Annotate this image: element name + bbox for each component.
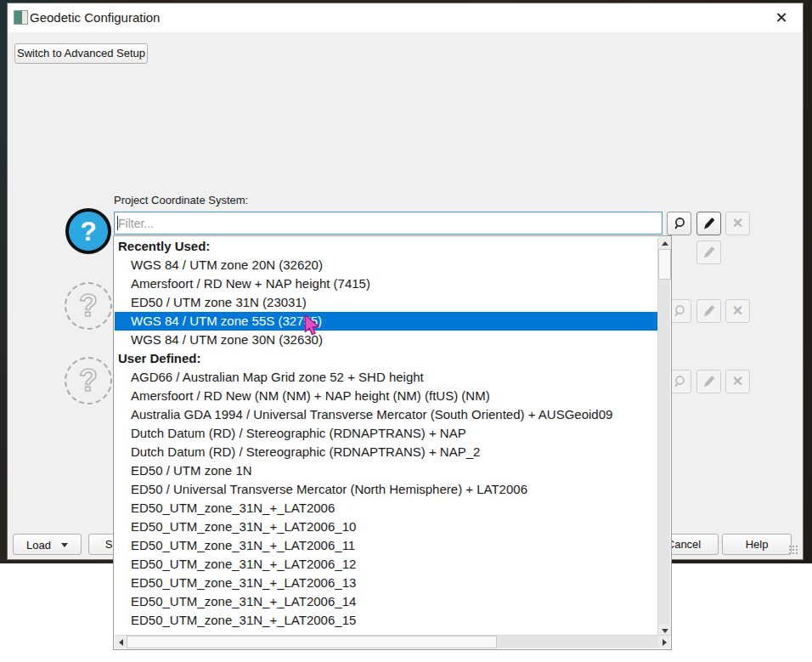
clear-icon: ✕	[732, 304, 743, 318]
switch-to-advanced-setup-button[interactable]: Switch to Advanced Setup	[14, 43, 148, 64]
pen-icon	[702, 304, 716, 318]
help-button[interactable]: Help	[722, 534, 792, 555]
title-bar[interactable]: Geodetic Configuration ✕	[8, 3, 803, 32]
list-item[interactable]: ED50 / UTM zone 31N (23031)	[115, 293, 658, 312]
horizontal-scrollbar-thumb[interactable]	[127, 636, 497, 648]
app-icon-right	[22, 11, 27, 24]
list-section-header: User Defined:	[115, 349, 658, 368]
scroll-left-icon[interactable]	[115, 636, 127, 648]
edit-button[interactable]	[696, 212, 721, 235]
edit-vertical-button-disabled	[696, 240, 721, 264]
chevron-down-icon	[61, 543, 68, 547]
project-coordinate-system-label: Project Coordinate System:	[114, 194, 248, 207]
list-item[interactable]: Amersfoort / RD New + NAP height (7415)	[115, 274, 658, 293]
app-icon	[14, 10, 28, 25]
list-item[interactable]: ED50 / Universal Transverse Mercator (No…	[115, 480, 658, 499]
list-item[interactable]: Dutch Datum (RD) / Stereographic (RDNAPT…	[115, 443, 658, 461]
load-button[interactable]: Load	[13, 534, 82, 555]
list-item[interactable]: WGS 84 / UTM zone 30N (32630)	[115, 331, 658, 349]
list-item[interactable]: Australia GDA 1994 / Universal Transvers…	[115, 405, 658, 424]
scroll-up-icon[interactable]	[658, 237, 671, 249]
window-title: Geodetic Configuration	[30, 10, 160, 25]
list-item[interactable]: ED50_UTM_zone_31N_+_LAT2006_15	[115, 611, 658, 630]
list-item[interactable]: ED50_UTM_zone_31N_+_LAT2006_11	[115, 536, 658, 555]
app-icon-left	[14, 11, 22, 24]
search-icon	[673, 217, 686, 230]
help-icon[interactable]: ?	[65, 208, 111, 254]
list-item[interactable]: WGS 84 / UTM zone 55S (32755)	[115, 312, 658, 331]
pen-icon	[702, 217, 716, 230]
search-icon	[673, 304, 686, 318]
pen-icon	[702, 246, 716, 259]
search-button[interactable]	[667, 212, 691, 235]
horizontal-scrollbar[interactable]	[115, 635, 670, 648]
list-item[interactable]: Dutch Datum (RD) / Stereographic (RDNAPT…	[115, 424, 658, 443]
list-item[interactable]: ED50_UTM_zone_31N_+_LAT2006_10	[115, 518, 658, 536]
close-icon[interactable]: ✕	[772, 8, 791, 27]
crs-filter-combo	[114, 212, 663, 235]
resize-grip[interactable]	[788, 545, 799, 556]
help-icon-disabled-2: ?	[65, 357, 112, 405]
crs-dropdown-list: Recently Used:WGS 84 / UTM zone 20N (326…	[113, 235, 672, 650]
edit-button-disabled-3	[696, 370, 721, 393]
vertical-scrollbar[interactable]	[657, 237, 670, 637]
vertical-scrollbar-thumb[interactable]	[658, 249, 671, 280]
pen-icon	[702, 375, 716, 388]
list-item[interactable]: ED50_UTM_zone_31N_+_LAT2006_12	[115, 555, 658, 574]
load-button-label: Load	[26, 535, 51, 555]
list-item[interactable]: ED50 / UTM zone 1N	[115, 461, 658, 480]
list-item[interactable]: ED50_UTM_zone_31N_+_LAT2006_13	[115, 574, 658, 592]
edit-button-disabled-2	[696, 299, 721, 323]
list-item[interactable]: WGS 84 / UTM zone 20N (32620)	[115, 256, 658, 274]
clear-icon: ✕	[732, 217, 743, 230]
clear-button: ✕	[725, 212, 750, 235]
text-caret	[117, 216, 118, 230]
clear-icon: ✕	[732, 375, 743, 388]
mouse-cursor	[304, 314, 323, 341]
screen: Geodetic Configuration ✕ Switch to Advan…	[0, 0, 812, 662]
list-item[interactable]: ED50_UTM_zone_31N_+_LAT2006_14	[115, 592, 658, 611]
list-section-header: Recently Used:	[115, 237, 658, 256]
filter-input[interactable]	[114, 212, 663, 235]
clear-button-disabled-2: ✕	[725, 299, 750, 323]
crs-list-viewport: Recently Used:WGS 84 / UTM zone 20N (326…	[115, 237, 658, 637]
search-icon	[673, 375, 686, 388]
list-item[interactable]: Amersfoort / RD New (NM (NM) + NAP heigh…	[115, 387, 658, 405]
scroll-right-icon[interactable]	[658, 636, 670, 648]
list-item[interactable]: ED50_UTM_zone_31N_+_LAT2006	[115, 499, 658, 518]
clear-button-disabled-3: ✕	[725, 370, 750, 393]
help-icon-disabled-1: ?	[65, 282, 112, 330]
list-item[interactable]: AGD66 / Australian Map Grid zone 52 + SH…	[115, 368, 658, 387]
